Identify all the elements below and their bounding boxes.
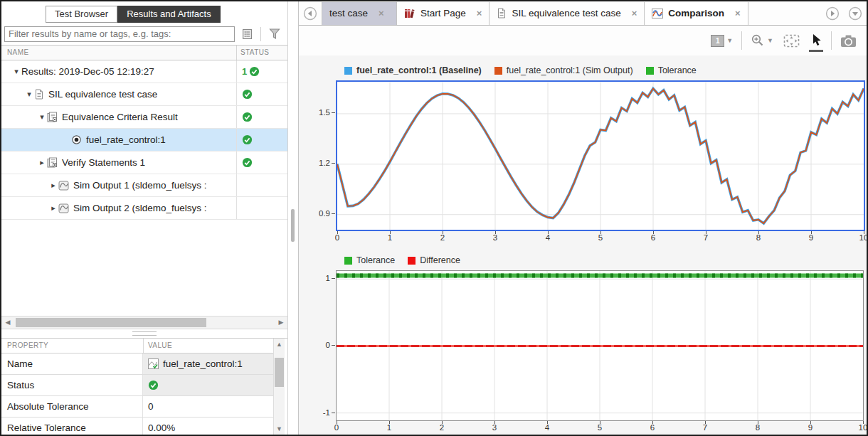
report-icon xyxy=(47,157,58,168)
tree-column-headers: NAME STATUS xyxy=(1,45,287,60)
plot-area[interactable] xyxy=(336,270,864,421)
property-value-text: 0.00% xyxy=(148,422,175,433)
property-name: Status xyxy=(1,375,143,395)
scroll-right-arrow[interactable]: ▶ xyxy=(276,318,286,327)
zoom-button[interactable]: ▼ xyxy=(749,32,775,49)
scroll-left-arrow[interactable]: ◀ xyxy=(3,318,13,327)
tab-scroll-right-button[interactable] xyxy=(825,6,840,21)
tree-row-sil-equivalence-test-case[interactable]: ▾SIL equivalence test case xyxy=(1,83,287,106)
x-tick-label: 9 xyxy=(802,233,820,242)
subplot-layout-button[interactable]: 1 ▼ xyxy=(709,33,734,49)
property-row-relative-tolerance[interactable]: Relative Tolerance0.00% xyxy=(1,418,273,435)
legend-swatch xyxy=(344,257,352,265)
vertical-splitter-grip[interactable] xyxy=(291,209,295,242)
expander-open-icon[interactable]: ▾ xyxy=(11,67,21,76)
expander-open-icon[interactable]: ▾ xyxy=(37,112,47,122)
pointer-cursor-icon xyxy=(810,33,822,48)
expander-closed-icon[interactable]: ▸ xyxy=(48,203,58,213)
signal-icon xyxy=(58,181,69,191)
plot-toolbar: 1 ▼ ▼ xyxy=(299,26,867,55)
x-tick-label: 5 xyxy=(591,423,609,432)
column-divider xyxy=(236,46,237,60)
fit-to-view-button[interactable] xyxy=(782,32,801,50)
column-header-name: NAME xyxy=(7,48,29,56)
document-tab-start-page[interactable]: Start Page× xyxy=(397,2,489,25)
tree-row-sim-output-1-sldemo-fuelsys[interactable]: ▸Sim Output 1 (sldemo_fuelsys : xyxy=(1,174,287,197)
difference-tolerance-chart[interactable]: ToleranceDifference-101012345678910 xyxy=(299,255,867,435)
tree-row-fuel-rate-control-1[interactable]: fuel_rate_control:1 xyxy=(1,129,287,151)
close-tab-icon[interactable]: × xyxy=(735,8,741,18)
legend-label: fuel_rate_control:1 (Baseline) xyxy=(356,65,482,75)
property-value: 0 xyxy=(143,396,273,417)
x-tick-label: 7 xyxy=(696,423,714,432)
tab-label: Start Page xyxy=(420,8,466,18)
property-row-absolute-tolerance[interactable]: Absolute Tolerance0 xyxy=(1,396,273,418)
property-value: 0.00% xyxy=(143,418,273,435)
tree-row-sim-output-2-sldemo-fuelsys[interactable]: ▸Sim Output 2 (sldemo_fuelsys : xyxy=(1,197,287,220)
y-tick-label: 1.2 xyxy=(305,159,330,167)
scroll-up-arrow[interactable]: ▲ xyxy=(274,339,285,349)
property-row-status[interactable]: Status xyxy=(1,375,273,396)
status-cell: 1 xyxy=(236,60,287,83)
panel-splitter[interactable] xyxy=(1,329,287,339)
pass-icon xyxy=(148,380,159,390)
panel-tab-results-and-artifacts[interactable]: Results and Artifacts xyxy=(117,6,221,23)
y-tick-mark xyxy=(332,278,335,279)
tab-label: Comparison xyxy=(668,8,724,18)
vertical-scrollbar-thumb[interactable] xyxy=(275,358,284,387)
tree-row-equivalence-criteria-result[interactable]: ▾Equivalence Criteria Result xyxy=(1,106,287,129)
horizontal-scrollbar[interactable]: ◀ ▶ xyxy=(1,316,287,329)
status-cell xyxy=(236,129,287,151)
document-tab-comparison[interactable]: Comparison× xyxy=(645,2,748,25)
property-name: Absolute Tolerance xyxy=(1,396,143,417)
charts-area: fuel_rate_control:1 (Baseline)fuel_rate_… xyxy=(299,55,867,435)
vertical-scrollbar[interactable]: ▲ ▼ xyxy=(273,339,285,435)
scroll-down-arrow[interactable]: ▼ xyxy=(274,424,285,434)
x-tick-label: 4 xyxy=(539,233,557,242)
divider xyxy=(260,27,261,41)
property-row-name[interactable]: Namefuel_rate_control:1 xyxy=(1,353,273,375)
property-name: Relative Tolerance xyxy=(1,418,143,435)
filter-input[interactable] xyxy=(4,26,235,42)
x-tick-label: 2 xyxy=(433,233,452,242)
layout-one-icon: 1 xyxy=(711,35,724,47)
y-tick-label: 1.5 xyxy=(305,108,330,117)
snapshot-button[interactable] xyxy=(839,32,858,50)
legend-item-fuel-rate-control-1-baseline: fuel_rate_control:1 (Baseline) xyxy=(344,65,482,75)
document-tab-test-case[interactable]: test case× xyxy=(322,2,397,25)
funnel-icon xyxy=(268,28,281,40)
expander-open-icon[interactable]: ▾ xyxy=(24,90,34,99)
legend-label: Tolerance xyxy=(658,65,697,75)
horizontal-scrollbar-thumb[interactable] xyxy=(16,318,206,327)
legend-swatch xyxy=(646,67,654,75)
x-tick-label: 8 xyxy=(748,423,767,432)
tab-list-button[interactable] xyxy=(848,6,862,21)
close-tab-icon[interactable]: × xyxy=(477,8,482,18)
panel-tab-test-browser[interactable]: Test Browser xyxy=(46,6,117,23)
document-tab-sil-equivalence-test-case[interactable]: SIL equivalence test case× xyxy=(489,2,645,25)
status-cell xyxy=(236,83,287,105)
legend-item-tolerance: Tolerance xyxy=(344,255,395,265)
tab-scroll-left-button[interactable] xyxy=(303,6,317,21)
close-tab-icon[interactable]: × xyxy=(632,8,637,18)
legend-item-fuel-rate-control-1-sim-output: fuel_rate_control:1 (Sim Output) xyxy=(494,65,633,75)
y-tick-label: -1 xyxy=(305,408,330,417)
legend-label: Tolerance xyxy=(356,255,395,265)
filter-button[interactable] xyxy=(265,26,284,41)
x-tick-label: 6 xyxy=(643,423,662,432)
saved-filter-list-button[interactable] xyxy=(239,27,255,41)
plot-area[interactable] xyxy=(336,80,865,231)
pass-check-icon xyxy=(242,89,253,100)
vertical-splitter[interactable] xyxy=(287,1,299,435)
radio-icon xyxy=(71,134,82,145)
signals-comparison-chart[interactable]: fuel_rate_control:1 (Baseline)fuel_rate_… xyxy=(299,65,867,245)
pointer-tool-button[interactable] xyxy=(808,31,824,50)
tree-row-results-2019-dec-05-12-19-27[interactable]: ▾Results: 2019-Dec-05 12:19:271 xyxy=(1,60,287,83)
left-panel: Test BrowserResults and Artifacts NAME S… xyxy=(1,1,287,435)
close-tab-icon[interactable]: × xyxy=(379,8,384,18)
property-column-headers: PROPERTY VALUE xyxy=(1,339,273,353)
y-tick-label: 1 xyxy=(305,274,330,282)
expander-closed-icon[interactable]: ▸ xyxy=(37,158,47,167)
tree-row-verify-statements-1[interactable]: ▸Verify Statements 1 xyxy=(1,151,287,174)
expander-closed-icon[interactable]: ▸ xyxy=(48,181,58,190)
